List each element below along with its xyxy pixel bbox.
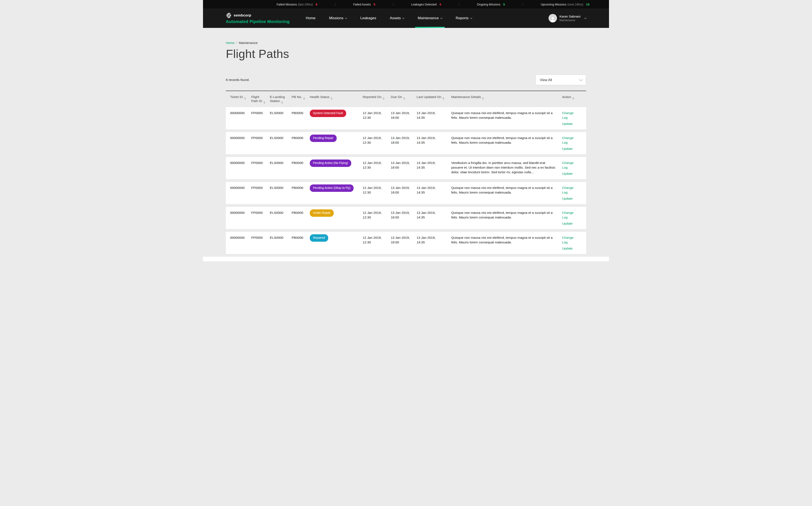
cell-last-updated-on: 13 Jan 2019, 14:35 — [417, 161, 451, 170]
stat-label: Failed Assets — [353, 3, 371, 6]
cell-ticket-id: 00000000 — [230, 185, 251, 190]
main-content: Home / Maintenance Flight Paths 6 record… — [203, 28, 609, 257]
update-link[interactable]: Update — [562, 147, 579, 151]
column-header-details[interactable]: Maintenance Details — [451, 95, 562, 100]
column-header-els[interactable]: E-Landing Station — [270, 95, 292, 104]
cell-due-on: 13 Jan 2019, 18:00 — [391, 111, 417, 120]
cell-health-status: Under Repair — [310, 210, 363, 217]
change-log-link[interactable]: Change Log — [562, 185, 579, 195]
nav-item-leakages[interactable]: Leakages — [360, 8, 376, 28]
cell-maintenance-details: Quisque non massa nisi est eleifend, tem… — [451, 235, 562, 245]
update-link[interactable]: Update — [562, 246, 579, 251]
cell-flight-path-id: FP0000 — [251, 185, 270, 190]
change-log-link[interactable]: Change Log — [562, 210, 579, 220]
cell-ticket-id: 00000000 — [230, 111, 251, 115]
breadcrumb-home-link[interactable]: Home — [226, 41, 234, 45]
cell-last-updated-on: 13 Jan 2019, 14:35 — [417, 210, 451, 220]
update-link[interactable]: Update — [562, 221, 579, 226]
cell-pb-no: PB0000 — [292, 111, 310, 115]
sort-icon[interactable] — [482, 97, 484, 100]
nav-item-missions[interactable]: Missions — [329, 8, 347, 28]
cell-flight-path-id: FP0000 — [251, 111, 270, 115]
cell-reported-on: 12 Jan 2019, 12:30 — [363, 111, 391, 120]
sort-icon[interactable] — [303, 97, 305, 100]
records-count: 6 records found. — [226, 78, 249, 82]
update-link[interactable]: Update — [562, 171, 579, 176]
nav-item-label: Missions — [329, 16, 344, 20]
stat-separator: | — [393, 3, 393, 6]
column-header-action[interactable]: Action — [562, 95, 583, 100]
cell-action: Change Log Update — [562, 235, 583, 251]
column-label: Due On — [391, 95, 402, 99]
stat-label: Failed Missions — [277, 3, 297, 6]
column-header-updated[interactable]: Last Updated On — [417, 95, 451, 100]
app-header: sembcorp Automated Pipeline Monitoring H… — [203, 8, 609, 28]
change-log-link[interactable]: Change Log — [562, 161, 579, 170]
column-label: Last Updated On — [417, 95, 441, 99]
nav-item-assets[interactable]: Assets — [390, 8, 404, 28]
cell-last-updated-on: 13 Jan 2019, 14:35 — [417, 111, 451, 120]
sort-icon[interactable] — [331, 97, 333, 100]
table-row: 00000000 FP0000 ELS0000 PB0000 Repaired … — [226, 232, 586, 254]
cell-last-updated-on: 13 Jan 2019, 14:35 — [417, 136, 451, 145]
column-header-due[interactable]: Due On — [391, 95, 417, 100]
chevron-down-icon — [440, 17, 443, 19]
sort-icon[interactable] — [244, 97, 246, 100]
column-header-ticket[interactable]: Ticket ID — [230, 95, 251, 100]
cell-due-on: 13 Jan 2019, 18:00 — [391, 210, 417, 220]
cell-action: Change Log Update — [562, 210, 583, 226]
stat-label: Upcoming Missions — [541, 3, 566, 6]
sort-icon[interactable] — [403, 97, 405, 100]
breadcrumb: Home / Maintenance — [226, 41, 586, 45]
nav-item-label: Assets — [390, 16, 401, 20]
cell-action: Change Log Update — [562, 111, 583, 126]
change-log-link[interactable]: Change Log — [562, 136, 579, 145]
cell-maintenance-details: Quisque non massa nisi est eleifend, tem… — [451, 210, 562, 220]
cell-due-on: 13 Jan 2019, 18:00 — [391, 185, 417, 195]
breadcrumb-current: Maintenance — [239, 41, 258, 45]
user-role: Maintenance — [560, 19, 580, 22]
nav-item-label: Maintenance — [418, 16, 439, 20]
nav-item-reports[interactable]: Reports — [456, 8, 472, 28]
update-link[interactable]: Update — [562, 121, 579, 126]
status-badge: Pending Repair — [310, 135, 337, 142]
page-title: Flight Paths — [226, 47, 586, 61]
stat-item: Upcoming Missions (next 24hrs) 15 — [541, 3, 590, 6]
sembcorp-logo-icon — [226, 12, 232, 18]
column-header-pb[interactable]: PB No. — [292, 95, 310, 100]
cell-last-updated-on: 13 Jan 2019, 14:35 — [417, 235, 451, 245]
cell-e-landing-station: ELS0000 — [270, 185, 292, 190]
brand: sembcorp Automated Pipeline Monitoring — [226, 12, 292, 24]
maintenance-table: Ticket ID Flight Path ID E-Landing Stati… — [226, 91, 586, 254]
update-link[interactable]: Update — [562, 196, 579, 201]
status-badge: System Detected Fault — [310, 110, 346, 117]
sort-icon[interactable] — [264, 101, 265, 104]
sort-icon[interactable] — [572, 97, 574, 100]
cell-reported-on: 12 Jan 2019, 12:30 — [363, 210, 391, 220]
sort-icon[interactable] — [383, 97, 384, 100]
chevron-down-icon — [345, 17, 347, 19]
stat-sublabel: (next 24hrs) — [568, 3, 583, 6]
avatar — [548, 14, 557, 22]
brand-name: sembcorp — [234, 13, 251, 17]
column-header-reported[interactable]: Reported On — [363, 95, 391, 100]
stat-value: 5 — [503, 3, 505, 6]
change-log-link[interactable]: Change Log — [562, 111, 579, 120]
column-header-status[interactable]: Health Status — [310, 95, 363, 100]
sort-icon[interactable] — [443, 97, 444, 100]
view-filter-select[interactable]: View All — [535, 75, 586, 85]
change-log-link[interactable]: Change Log — [562, 235, 579, 245]
nav-item-home[interactable]: Home — [306, 8, 315, 28]
breadcrumb-separator: / — [236, 41, 237, 45]
user-menu[interactable]: Karan Sabnani Maintenance — [548, 14, 586, 22]
nav-item-maintenance[interactable]: Maintenance — [418, 8, 442, 28]
sort-icon[interactable] — [281, 101, 283, 104]
column-label: PB No. — [292, 95, 302, 99]
chevron-down-icon — [470, 17, 472, 19]
table-row: 00000000 FP0000 ELS0000 PB0000 System De… — [226, 107, 586, 129]
status-badge: Pending Action (No Flying) — [310, 160, 351, 167]
column-header-flight[interactable]: Flight Path ID — [251, 95, 270, 104]
chevron-down-icon — [584, 17, 587, 19]
cell-flight-path-id: FP0000 — [251, 136, 270, 140]
nav-item-label: Home — [306, 16, 315, 20]
